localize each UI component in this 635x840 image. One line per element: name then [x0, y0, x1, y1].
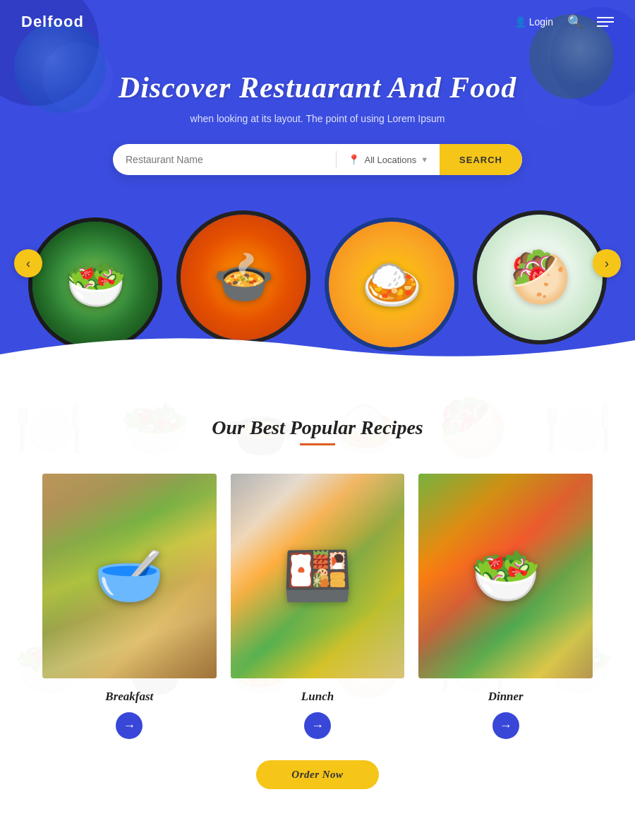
food-circle-pumpkin-soup: 🍲: [176, 210, 310, 344]
recipe-card-dinner: 🥗 Dinner →: [418, 474, 593, 739]
order-now-button[interactable]: Order Now: [256, 760, 378, 789]
dropdown-arrow-icon: ▼: [421, 155, 428, 164]
menu-button[interactable]: [597, 17, 614, 27]
food-circles-row: 🥗 🍲 🍛: [28, 210, 607, 337]
login-button[interactable]: 👤 Login: [514, 16, 553, 28]
recipe-label-dinner: Dinner: [488, 690, 524, 704]
recipes-grid: 🥣 Breakfast → 🍱 Lunch →: [42, 474, 593, 739]
food-circle-garden-salad: 🥙: [473, 210, 607, 344]
recipe-arrow-btn-lunch[interactable]: →: [304, 712, 331, 739]
restaurant-search-input[interactable]: [113, 154, 336, 165]
user-icon: 👤: [514, 16, 526, 28]
recipes-underline: [300, 443, 335, 445]
search-icon[interactable]: 🔍: [567, 14, 583, 30]
next-arrow-button[interactable]: ›: [593, 249, 621, 277]
recipe-card-breakfast: 🥣 Breakfast →: [42, 474, 217, 739]
recipe-arrow-btn-dinner[interactable]: →: [492, 712, 519, 739]
recipe-label-breakfast: Breakfast: [105, 690, 153, 704]
prev-arrow-button[interactable]: ‹: [14, 249, 42, 277]
order-section: Order Now: [42, 739, 593, 817]
search-bar: 📍 All Locations ▼ SEARCH: [113, 144, 522, 175]
hero-title: Discover Restuarant And Food: [113, 71, 522, 104]
recipes-title: Our Best Popular Recipes: [42, 416, 593, 439]
arrow-right-icon: →: [123, 719, 135, 733]
recipes-section: 🍽️🥗🍲🍛🥙🍽️ 🥗🍲🍛🥙🍽️🥗 Our Best Popular Recipe…: [0, 381, 635, 840]
location-pin-icon: 📍: [348, 154, 360, 165]
search-button[interactable]: SEARCH: [440, 144, 522, 175]
location-value: All Locations: [364, 155, 416, 165]
recipe-image-dinner: 🥗: [418, 474, 593, 678]
arrow-right-icon-3: →: [500, 719, 512, 733]
recipe-arrow-btn-breakfast[interactable]: →: [116, 712, 143, 739]
recipe-image-lunch: 🍱: [231, 474, 405, 678]
arrow-right-icon-2: →: [311, 719, 324, 733]
recipe-image-breakfast: 🥣: [42, 474, 217, 678]
location-dropdown[interactable]: 📍 All Locations ▼: [337, 154, 440, 165]
hero-subtitle: when looking at its layout. The point of…: [113, 113, 522, 124]
recipe-card-lunch: 🍱 Lunch →: [231, 474, 405, 739]
site-logo: Delfood: [21, 13, 84, 31]
recipe-label-lunch: Lunch: [301, 690, 334, 704]
